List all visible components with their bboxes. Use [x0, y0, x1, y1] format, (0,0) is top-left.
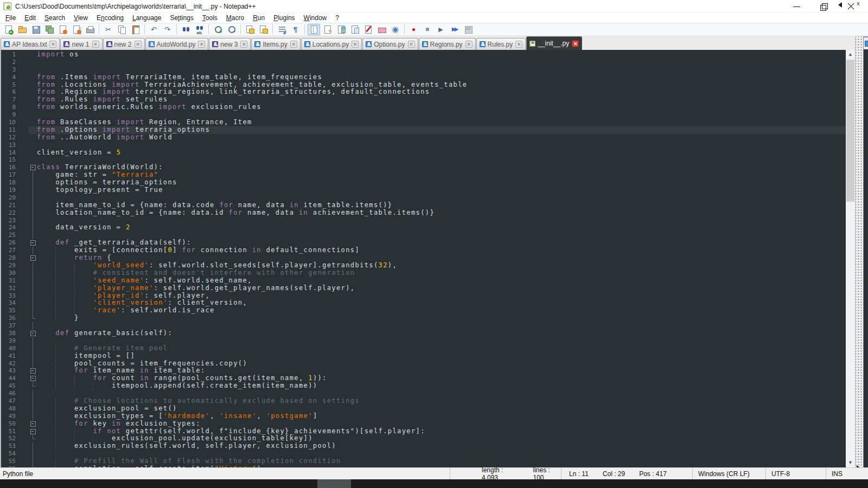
vertical-scrollbar[interactable]: ▲ ▼ [846, 50, 855, 467]
tab-new-1[interactable]: new 1✕ [60, 38, 102, 50]
tab-rules.py[interactable]: Rules.py✕ [476, 38, 526, 50]
menu-item-macro[interactable]: Macro [222, 14, 248, 23]
zoom-out-icon[interactable] [225, 24, 238, 35]
tab-options.py[interactable]: Options.py✕ [362, 38, 418, 50]
tab-__init__.py[interactable]: __init__.py✕ [526, 36, 582, 50]
tab-new-2[interactable]: new 2✕ [103, 38, 145, 50]
open-file-icon[interactable] [16, 24, 28, 35]
redo-icon[interactable]: ↷ [161, 24, 174, 35]
line-number: 37 [1, 322, 16, 330]
tab-locations.py[interactable]: Locations.py✕ [301, 38, 362, 50]
menu-item-window[interactable]: Window [299, 14, 331, 23]
scrollbar-thumb[interactable] [846, 60, 854, 202]
fold-marker-icon[interactable] [29, 164, 37, 171]
zoom-in-icon[interactable] [212, 24, 224, 35]
fold-guide [29, 442, 37, 450]
fold-marker-icon[interactable] [29, 420, 37, 428]
fold-guide [29, 247, 37, 254]
tab-close-icon[interactable]: ✕ [290, 41, 297, 48]
fold-marker-icon[interactable] [29, 367, 37, 375]
function-list-icon[interactable] [321, 24, 334, 35]
minimize-button[interactable] [791, 1, 803, 12]
tab-close-icon[interactable]: ✕ [92, 41, 99, 48]
menu-item-plugins[interactable]: Plugins [269, 14, 299, 23]
tab-items.py[interactable]: Items.py✕ [251, 38, 300, 50]
status-eol-format[interactable]: Windows (CR LF) [693, 468, 766, 479]
tab-ap-ideas.txt[interactable]: AP Ideas.txt✕ [1, 38, 60, 50]
replace-icon[interactable] [193, 24, 206, 35]
fold-marker-icon[interactable] [29, 239, 37, 247]
menu-item-tools[interactable]: Tools [198, 14, 222, 23]
menubar-close-document-button[interactable]: x [854, 0, 863, 7]
scrollbar-down-icon[interactable]: ▼ [846, 458, 855, 467]
fold-marker-icon[interactable] [29, 254, 37, 262]
copy-icon[interactable] [116, 24, 128, 35]
save-all-icon[interactable] [43, 24, 55, 35]
fold-guide [29, 322, 37, 330]
project-folder-icon[interactable] [375, 24, 388, 35]
code-text: from worlds.generic.Rules import exclusi… [37, 103, 261, 111]
close-all-icon[interactable] [70, 24, 82, 35]
word-wrap-icon[interactable] [276, 24, 288, 35]
find-icon[interactable] [180, 24, 192, 35]
edit-sign-icon[interactable] [362, 24, 374, 35]
menu-item-search[interactable]: Search [40, 14, 69, 23]
tab-close-icon[interactable]: ✕ [572, 40, 579, 47]
undo-icon[interactable]: ↶ [148, 24, 160, 35]
macro-record-icon[interactable]: ● [407, 24, 420, 35]
menu-item-settings[interactable]: Settings [165, 14, 197, 23]
document-map-icon[interactable] [335, 24, 347, 35]
save-file-icon[interactable] [29, 24, 42, 35]
fold-marker-icon[interactable] [29, 428, 37, 435]
macro-run-multiple-icon[interactable]: ▶▶ [448, 24, 461, 35]
menu-item-language[interactable]: Language [128, 14, 165, 23]
tab-close-icon[interactable]: ✕ [408, 41, 415, 48]
show-all-characters-icon[interactable]: ¶ [289, 24, 302, 35]
fold-marker-icon[interactable] [29, 330, 37, 337]
fold-marker-icon[interactable] [29, 375, 37, 382]
menu-item-?[interactable]: ? [331, 14, 343, 23]
fold-guide [29, 194, 37, 202]
cut-icon[interactable]: ✂ [102, 24, 114, 35]
tab-close-icon[interactable]: ✕ [49, 41, 56, 48]
scrollbar-up-icon[interactable]: ▲ [846, 50, 855, 59]
tab-close-icon[interactable]: ✕ [515, 41, 522, 48]
macro-play-icon[interactable]: ▶ [435, 24, 447, 35]
menu-item-file[interactable]: File [1, 14, 20, 23]
menu-item-view[interactable]: View [69, 14, 92, 23]
tab-new-3[interactable]: new 3✕ [209, 38, 251, 50]
code-text: 'player_id': self.player, [37, 292, 210, 299]
code-line: 9 [1, 111, 846, 119]
code-line: 19 topology_present = True [1, 187, 846, 194]
tab-scroll-left-icon[interactable] [838, 2, 842, 8]
sync-horizontal-scrolling-icon[interactable] [257, 24, 270, 35]
tab-close-icon[interactable]: ✕ [352, 41, 359, 48]
code-text: from .Options import terraria_options [37, 126, 210, 133]
tab-close-icon[interactable]: ✕ [240, 41, 247, 48]
tab-close-icon[interactable]: ✕ [465, 41, 473, 48]
restore-button[interactable] [818, 1, 830, 12]
macro-save-icon[interactable] [462, 24, 474, 35]
new-file-icon[interactable] [2, 24, 15, 35]
tab-autoworld.py[interactable]: AutoWorld.py✕ [145, 38, 209, 50]
sync-vertical-scrolling-icon[interactable] [244, 24, 256, 35]
status-encoding[interactable]: UTF-8 [766, 468, 826, 479]
close-file-icon[interactable] [56, 24, 69, 35]
window-controls [791, 0, 857, 13]
file-monitoring-icon[interactable]: ◉ [389, 24, 401, 35]
paste-icon[interactable] [129, 24, 142, 35]
document-list-icon[interactable] [348, 24, 361, 35]
print-icon[interactable] [84, 24, 96, 35]
menu-item-run[interactable]: Run [248, 14, 269, 23]
tab-close-icon[interactable]: ✕ [135, 41, 142, 48]
tab-close-icon[interactable]: ✕ [198, 41, 205, 48]
menu-item-encoding[interactable]: Encoding [92, 14, 128, 23]
docking-grip[interactable] [855, 36, 863, 467]
indent-guide-icon[interactable] [308, 24, 320, 35]
file-icon [304, 41, 310, 47]
tab-regions.py[interactable]: Regions.py✕ [419, 38, 476, 50]
status-insert-mode[interactable]: INS [826, 468, 868, 479]
menu-item-edit[interactable]: Edit [20, 14, 40, 23]
code-editor[interactable]: 1import os234from .Items import Terraria… [0, 50, 846, 467]
macro-stop-icon[interactable]: ■ [421, 24, 433, 35]
